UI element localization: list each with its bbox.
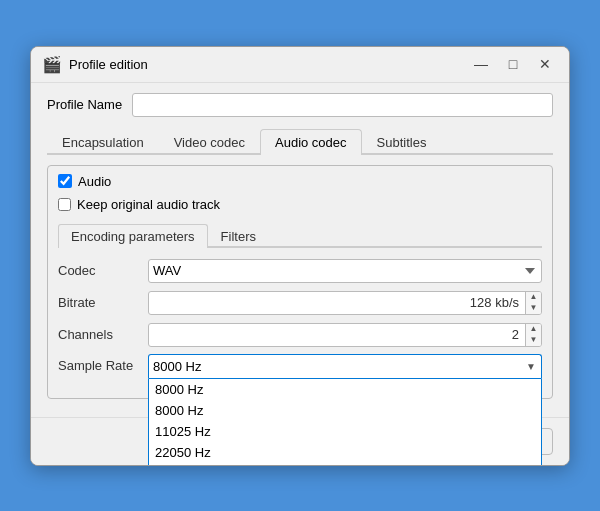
main-tabs: Encapsulation Video codec Audio codec Su…	[47, 127, 553, 155]
codec-row: Codec WAV	[58, 258, 542, 284]
channels-spinbox: 2 ▲ ▼	[148, 323, 542, 347]
tab-video-codec[interactable]: Video codec	[159, 129, 260, 155]
keep-original-label: Keep original audio track	[77, 197, 220, 212]
channels-increment[interactable]: ▲	[526, 324, 541, 335]
option-44100hz[interactable]: 44100 Hz	[149, 463, 541, 466]
keep-original-row: Keep original audio track	[58, 197, 542, 212]
profile-name-row: Profile Name	[47, 93, 553, 117]
arrow-indicator-icon	[541, 464, 569, 466]
option-8000hz-2[interactable]: 8000 Hz	[149, 400, 541, 421]
maximize-button[interactable]: □	[501, 52, 525, 76]
option-22050hz[interactable]: 22050 Hz	[149, 442, 541, 463]
codec-label: Codec	[58, 263, 148, 278]
keep-original-checkbox[interactable]	[58, 198, 71, 211]
sub-tabs: Encoding parameters Filters	[58, 222, 542, 248]
window-content: Profile Name Encapsulation Video codec A…	[31, 83, 569, 417]
option-8000hz-1[interactable]: 8000 Hz	[149, 379, 541, 400]
channels-value: 2	[149, 327, 525, 342]
codec-control: WAV	[148, 259, 542, 283]
bitrate-control: 128 kb/s ▲ ▼	[148, 291, 542, 315]
subtab-encoding[interactable]: Encoding parameters	[58, 224, 208, 248]
profile-edition-window: 🎬 Profile edition — □ ✕ Profile Name Enc…	[30, 46, 570, 466]
tab-encapsulation[interactable]: Encapsulation	[47, 129, 159, 155]
sample-rate-dropdown: 8000 Hz ▼ 8000 Hz 8000 Hz 11025 Hz 22050…	[148, 354, 542, 378]
tab-audio-codec[interactable]: Audio codec	[260, 129, 362, 155]
audio-label: Audio	[78, 174, 111, 189]
sample-rate-list: 8000 Hz 8000 Hz 11025 Hz 22050 Hz 44100 …	[148, 378, 542, 466]
audio-checkbox[interactable]	[58, 174, 72, 188]
audio-section: Audio Keep original audio track Encoding…	[47, 165, 553, 399]
subtab-filters[interactable]: Filters	[208, 224, 269, 248]
channels-control: 2 ▲ ▼	[148, 323, 542, 347]
audio-legend: Audio	[58, 174, 542, 189]
bitrate-value: 128 kb/s	[149, 295, 525, 310]
audio-checkbox-label[interactable]: Audio	[58, 174, 111, 189]
channels-spin-buttons: ▲ ▼	[525, 324, 541, 346]
bitrate-label: Bitrate	[58, 295, 148, 310]
sample-rate-value: 8000 Hz	[153, 359, 201, 374]
profile-name-input[interactable]	[132, 93, 553, 117]
option-11025hz[interactable]: 11025 Hz	[149, 421, 541, 442]
bitrate-spinbox: 128 kb/s ▲ ▼	[148, 291, 542, 315]
dropdown-arrow-icon: ▼	[526, 361, 536, 372]
bitrate-increment[interactable]: ▲	[526, 292, 541, 303]
bitrate-decrement[interactable]: ▼	[526, 303, 541, 314]
channels-decrement[interactable]: ▼	[526, 335, 541, 346]
app-icon: 🎬	[43, 55, 61, 73]
bitrate-spin-buttons: ▲ ▼	[525, 292, 541, 314]
codec-select[interactable]: WAV	[148, 259, 542, 283]
profile-name-label: Profile Name	[47, 97, 122, 112]
minimize-button[interactable]: —	[469, 52, 493, 76]
close-button[interactable]: ✕	[533, 52, 557, 76]
sample-rate-row: Sample Rate 8000 Hz ▼ 8000 Hz 8000 Hz 11…	[58, 354, 542, 380]
window-controls: — □ ✕	[469, 52, 557, 76]
channels-label: Channels	[58, 327, 148, 342]
tab-subtitles[interactable]: Subtitles	[362, 129, 442, 155]
window-title: Profile edition	[69, 57, 469, 72]
channels-row: Channels 2 ▲ ▼	[58, 322, 542, 348]
sample-rate-label: Sample Rate	[58, 358, 148, 373]
titlebar: 🎬 Profile edition — □ ✕	[31, 47, 569, 83]
bitrate-row: Bitrate 128 kb/s ▲ ▼	[58, 290, 542, 316]
sample-rate-selected[interactable]: 8000 Hz ▼	[148, 354, 542, 378]
